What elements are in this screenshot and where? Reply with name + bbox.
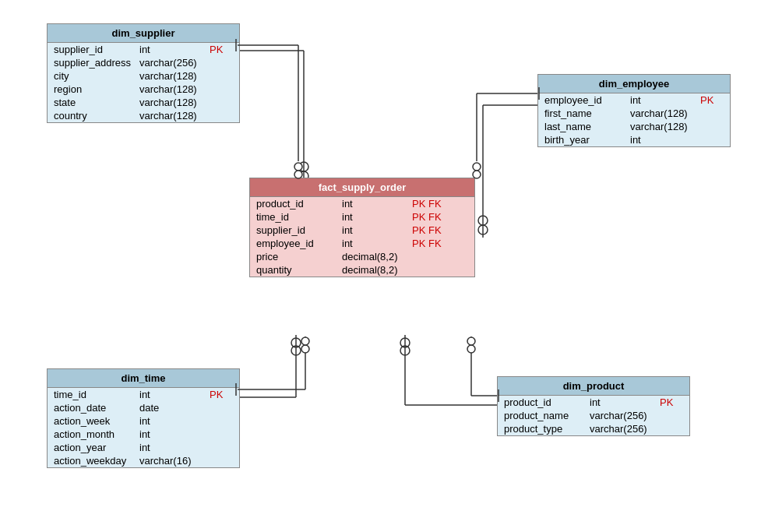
table-fact-supply-order: fact_supply_order product_id int PK FK t… bbox=[249, 178, 475, 277]
svg-point-14 bbox=[291, 346, 301, 355]
svg-point-15 bbox=[291, 338, 301, 347]
col-type: int bbox=[342, 198, 412, 210]
table-row: region varchar(128) bbox=[48, 83, 239, 96]
col-name: city bbox=[54, 70, 139, 82]
col-key bbox=[660, 410, 683, 421]
col-key bbox=[700, 107, 724, 119]
col-type: int bbox=[139, 428, 210, 440]
svg-point-10 bbox=[478, 225, 488, 234]
table-dim-employee: dim_employee employee_id int PK first_na… bbox=[537, 74, 731, 147]
col-type: int bbox=[342, 211, 412, 223]
table-body-dim-time: time_id int PK action_date date action_w… bbox=[48, 388, 239, 467]
col-key: PK bbox=[210, 389, 233, 400]
table-header-fact-supply-order: fact_supply_order bbox=[250, 178, 474, 197]
col-key bbox=[700, 134, 724, 146]
col-type: date bbox=[139, 402, 210, 414]
col-type: varchar(128) bbox=[139, 83, 210, 95]
col-name: price bbox=[256, 251, 342, 262]
col-name: supplier_id bbox=[256, 224, 342, 236]
table-row: time_id int PK bbox=[48, 388, 239, 401]
col-name: supplier_address bbox=[54, 57, 139, 69]
col-name: birth_year bbox=[544, 134, 630, 146]
col-key bbox=[210, 402, 233, 414]
col-name: product_id bbox=[504, 396, 590, 408]
svg-point-19 bbox=[400, 346, 410, 355]
col-name: time_id bbox=[256, 211, 342, 223]
col-type: varchar(128) bbox=[630, 121, 700, 132]
table-body-fact-supply-order: product_id int PK FK time_id int PK FK s… bbox=[250, 197, 474, 277]
table-row: time_id int PK FK bbox=[250, 210, 474, 224]
svg-point-20 bbox=[400, 338, 410, 347]
col-type: int bbox=[139, 389, 210, 400]
col-key: PK bbox=[660, 396, 683, 408]
col-name: action_week bbox=[54, 415, 139, 427]
col-key: PK FK bbox=[412, 224, 442, 236]
col-name: action_date bbox=[54, 402, 139, 414]
col-type: int bbox=[342, 224, 412, 236]
table-row: employee_id int PK bbox=[538, 93, 730, 107]
svg-point-40 bbox=[467, 337, 475, 345]
er-diagram: dim_supplier supplier_id int PK supplier… bbox=[0, 0, 761, 532]
col-key: PK bbox=[210, 44, 233, 55]
col-type: int bbox=[139, 415, 210, 427]
svg-point-39 bbox=[467, 345, 475, 353]
col-name: first_name bbox=[544, 107, 630, 119]
col-key bbox=[210, 415, 233, 427]
table-row: supplier_address varchar(256) bbox=[48, 56, 239, 69]
col-name: region bbox=[54, 83, 139, 95]
table-row: first_name varchar(128) bbox=[538, 107, 730, 120]
table-dim-product: dim_product product_id int PK product_na… bbox=[497, 376, 690, 436]
svg-point-35 bbox=[301, 337, 309, 345]
table-header-dim-supplier: dim_supplier bbox=[48, 24, 239, 43]
table-row: product_id int PK FK bbox=[250, 197, 474, 210]
col-name: country bbox=[54, 110, 139, 122]
col-name: time_id bbox=[54, 389, 139, 400]
col-key: PK FK bbox=[412, 198, 442, 210]
table-header-dim-product: dim_product bbox=[498, 377, 689, 396]
table-body-dim-product: product_id int PK product_name varchar(2… bbox=[498, 396, 689, 435]
col-key bbox=[412, 251, 435, 262]
col-name: state bbox=[54, 97, 139, 108]
col-type: varchar(256) bbox=[590, 410, 660, 421]
svg-point-9 bbox=[478, 216, 488, 225]
col-type: varchar(128) bbox=[139, 97, 210, 108]
col-name: action_month bbox=[54, 428, 139, 440]
col-type: varchar(128) bbox=[139, 70, 210, 82]
col-key bbox=[210, 70, 233, 82]
col-type: int bbox=[630, 94, 700, 106]
col-key bbox=[210, 57, 233, 69]
table-row: supplier_id int PK bbox=[48, 43, 239, 56]
col-key bbox=[210, 442, 233, 453]
table-row: price decimal(8,2) bbox=[250, 250, 474, 263]
table-body-dim-supplier: supplier_id int PK supplier_address varc… bbox=[48, 43, 239, 122]
col-type: varchar(256) bbox=[139, 57, 210, 69]
table-row: product_name varchar(256) bbox=[498, 409, 689, 422]
table-row: country varchar(128) bbox=[48, 109, 239, 122]
table-row: product_type varchar(256) bbox=[498, 422, 689, 435]
col-key: PK bbox=[700, 94, 724, 106]
col-key bbox=[210, 97, 233, 108]
col-type: varchar(128) bbox=[630, 107, 700, 119]
col-name: product_type bbox=[504, 423, 590, 435]
table-row: state varchar(128) bbox=[48, 96, 239, 109]
svg-point-3 bbox=[299, 162, 308, 171]
table-row: last_name varchar(128) bbox=[538, 120, 730, 133]
svg-point-29 bbox=[473, 163, 481, 171]
table-body-dim-employee: employee_id int PK first_name varchar(12… bbox=[538, 93, 730, 146]
table-row: birth_year int bbox=[538, 133, 730, 146]
col-name: product_name bbox=[504, 410, 590, 421]
col-name: quantity bbox=[256, 264, 342, 276]
col-key bbox=[210, 428, 233, 440]
col-type: varchar(128) bbox=[139, 110, 210, 122]
table-row: action_month int bbox=[48, 428, 239, 441]
col-name: supplier_id bbox=[54, 44, 139, 55]
col-key bbox=[210, 110, 233, 122]
col-name: last_name bbox=[544, 121, 630, 132]
col-type: decimal(8,2) bbox=[342, 264, 412, 276]
table-header-dim-employee: dim_employee bbox=[538, 75, 730, 93]
col-type: varchar(16) bbox=[139, 455, 210, 467]
table-dim-time: dim_time time_id int PK action_date date… bbox=[47, 368, 240, 468]
col-type: decimal(8,2) bbox=[342, 251, 412, 262]
col-type: int bbox=[590, 396, 660, 408]
col-key: PK FK bbox=[412, 238, 442, 249]
